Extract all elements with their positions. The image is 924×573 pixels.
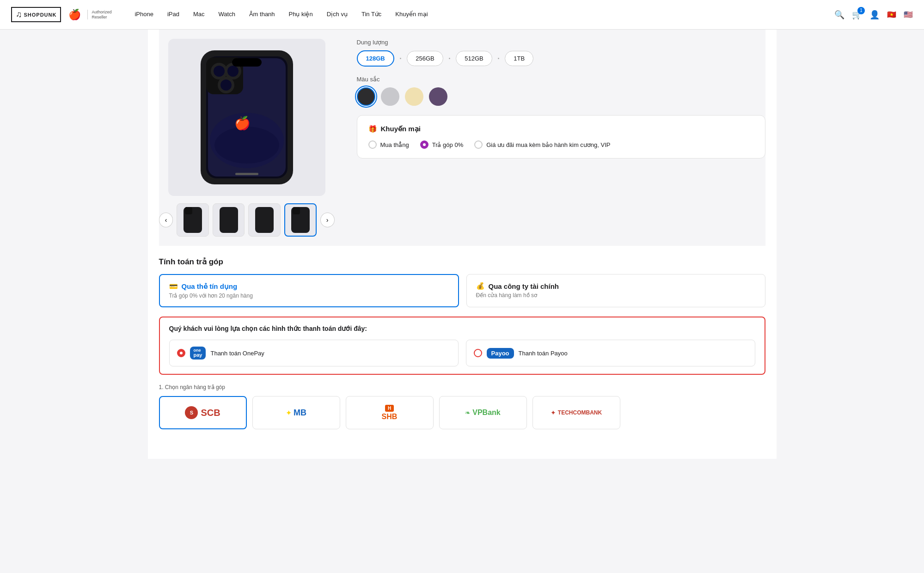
svg-rect-12: [232, 58, 262, 67]
mb-star-icon: ✦: [286, 408, 292, 417]
svg-text:🍎: 🍎: [234, 116, 250, 131]
bank-scb[interactable]: S SCB: [159, 396, 247, 429]
navbar: ♫ SHOPDUNK 🍎 Authorized Reseller iPhonei…: [0, 0, 924, 30]
product-image-svg: 🍎: [196, 48, 298, 187]
apple-logo-icon: 🍎: [68, 9, 81, 21]
bank-techcombank[interactable]: ✦ TECHCOMBANK: [532, 396, 620, 429]
product-options: Dung lượng 128GB•256GB•512GB•1TB Màu sắc…: [357, 39, 765, 237]
cart-badge: 1: [857, 7, 865, 14]
vpbank-name: VPBank: [472, 408, 500, 417]
scb-logo-icon: S: [185, 406, 198, 419]
bank-section: 1. Chọn ngân hàng trả góp S SCB ✦ MB: [159, 384, 765, 429]
svg-rect-17: [220, 207, 238, 233]
nav-item-ipad[interactable]: iPad: [161, 7, 186, 22]
svg-point-7: [227, 66, 239, 77]
payment-methods: one pay Thanh toán OnePay Payoo Thanh to…: [169, 340, 755, 366]
promo-option-gia-uu-dai[interactable]: Giá ưu đãi mua kèm bảo hành kim cương, V…: [474, 140, 610, 149]
payoo-label: Thanh toán Payoo: [519, 350, 568, 357]
flag-us[interactable]: 🇺🇸: [904, 10, 913, 19]
bank-grid: S SCB ✦ MB H SHB: [159, 396, 765, 429]
svg-rect-18: [255, 207, 274, 233]
main-product-image: 🍎: [168, 39, 325, 196]
credit-card-icon: 💳: [169, 282, 178, 291]
installment-section: Tính toán trả góp 💳 Qua thẻ tín dụng Trả…: [159, 246, 765, 440]
promo-label-tra-gop: Trả góp 0%: [432, 141, 464, 148]
color-options: [357, 87, 765, 106]
payoo-logo: Payoo: [487, 348, 514, 359]
cart-icon[interactable]: 🛒 1: [852, 10, 862, 20]
promo-radio-gia-uu-dai[interactable]: [474, 140, 483, 149]
color-swatch-space-black[interactable]: [357, 87, 375, 106]
storage-btn-512gb[interactable]: 512GB: [456, 51, 492, 66]
storage-section: Dung lượng 128GB•256GB•512GB•1TB: [357, 39, 765, 67]
nav-item-dich-vu[interactable]: Dịch vụ: [320, 7, 354, 22]
promo-icon: 🎁: [368, 125, 377, 133]
nav-item-khuyen-mai[interactable]: Khuyến mại: [389, 7, 434, 22]
color-swatch-deep-purple[interactable]: [429, 87, 447, 106]
svg-rect-14: [235, 173, 258, 175]
credit-card-tab-title: 💳 Qua thẻ tín dụng: [169, 282, 449, 291]
prev-thumb-button[interactable]: ‹: [159, 213, 173, 227]
product-images: 🍎 ‹ ›: [159, 39, 335, 237]
logo-text: SHOPDUNK: [24, 12, 57, 18]
nav-item-am-thanh[interactable]: Âm thanh: [243, 7, 281, 22]
nav-item-watch[interactable]: Watch: [212, 7, 242, 22]
flag-vn[interactable]: 🇻🇳: [887, 10, 896, 19]
storage-label: Dung lượng: [357, 39, 765, 46]
scb-name: SCB: [201, 408, 220, 418]
thumbnail-2[interactable]: [213, 203, 245, 237]
onepay-method[interactable]: one pay Thanh toán OnePay: [169, 340, 459, 366]
promo-radio-mua-thang[interactable]: [368, 140, 377, 149]
payoo-method[interactable]: Payoo Thanh toán Payoo: [466, 340, 755, 366]
svg-rect-20: [293, 207, 300, 214]
thumbnail-3[interactable]: [248, 203, 281, 237]
promo-option-tra-gop[interactable]: Trả góp 0%: [420, 140, 464, 149]
color-swatch-gold[interactable]: [405, 87, 423, 106]
onepay-logo: one pay: [190, 347, 206, 360]
nav-item-tin-tuc[interactable]: Tin Tức: [355, 7, 388, 22]
product-section: 🍎 ‹ ›: [159, 30, 765, 246]
thumbnail-1[interactable]: [177, 203, 209, 237]
storage-btn-256gb[interactable]: 256GB: [407, 51, 443, 66]
main-content: 🍎 ‹ ›: [148, 30, 777, 459]
bank-mb[interactable]: ✦ MB: [252, 396, 340, 429]
storage-btn-128gb[interactable]: 128GB: [357, 50, 394, 67]
onepay-label: Thanh toán OnePay: [210, 350, 264, 357]
authorized-reseller-text: Authorized Reseller: [87, 10, 111, 20]
nav-item-mac[interactable]: Mac: [187, 7, 211, 22]
promo-option-mua-thang[interactable]: Mua thẳng: [368, 140, 409, 149]
nav-menu: iPhoneiPadMacWatchÂm thanhPhụ kiệnDịch v…: [128, 7, 834, 22]
payoo-radio[interactable]: [474, 349, 482, 357]
storage-btn-1tb[interactable]: 1TB: [505, 51, 533, 66]
nav-item-phu-kien[interactable]: Phụ kiện: [282, 7, 319, 22]
promo-title: 🎁 Khuyến mại: [368, 125, 754, 133]
payment-selection-label: Quý khách vui lòng lựa chọn các hình thứ…: [169, 325, 755, 332]
svg-rect-16: [185, 207, 192, 214]
finance-icon: 💰: [476, 282, 485, 290]
navbar-actions: 🔍 🛒 1 👤 🇻🇳 🇺🇸: [834, 10, 913, 20]
nav-item-iphone[interactable]: iPhone: [128, 7, 159, 22]
onepay-radio[interactable]: [177, 349, 185, 357]
promo-radio-tra-gop[interactable]: [420, 140, 428, 149]
svg-point-9: [220, 79, 232, 91]
search-icon[interactable]: 🔍: [834, 10, 844, 20]
credit-card-tab[interactable]: 💳 Qua thẻ tín dụng Trả góp 0% với hơn 20…: [159, 274, 459, 307]
color-label: Màu sắc: [357, 76, 765, 83]
shb-name: SHB: [382, 413, 398, 421]
credit-card-tab-subtitle: Trả góp 0% với hơn 20 ngân hàng: [169, 293, 449, 299]
thumbnail-4[interactable]: [284, 203, 317, 237]
bank-section-label: 1. Chọn ngân hàng trả góp: [159, 384, 765, 390]
finance-company-tab[interactable]: 💰 Qua công ty tài chính Đến cửa hàng làm…: [466, 274, 765, 307]
logo[interactable]: ♫ SHOPDUNK: [11, 7, 61, 22]
bank-shb[interactable]: H SHB: [346, 396, 434, 429]
next-thumb-button[interactable]: ›: [320, 213, 335, 227]
promo-box: 🎁 Khuyến mại Mua thẳngTrả góp 0%Giá ưu đ…: [357, 115, 765, 158]
vp-logo-icon: ❧: [465, 409, 471, 416]
authorized-badge: 🍎 Authorized Reseller: [68, 9, 111, 21]
techcombank-name: TECHCOMBANK: [558, 409, 602, 416]
finance-tab-subtitle: Đến cửa hàng làm hồ sơ: [476, 292, 756, 299]
svg-point-5: [214, 66, 225, 77]
color-swatch-silver[interactable]: [381, 87, 399, 106]
bank-vpbank[interactable]: ❧ VPBank: [439, 396, 527, 429]
account-icon[interactable]: 👤: [869, 10, 880, 20]
